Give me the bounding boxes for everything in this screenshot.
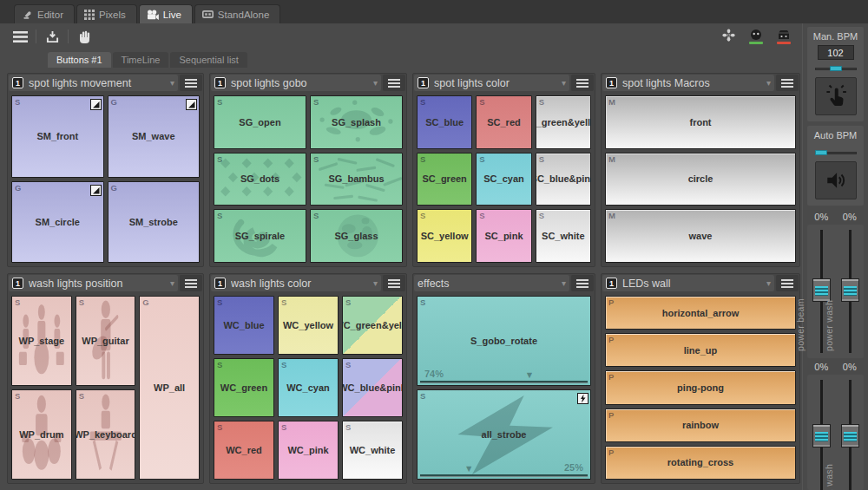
scene-button-sm-front[interactable]: SSM_front bbox=[11, 95, 104, 178]
scene-button-wp-all[interactable]: GWP_all bbox=[139, 296, 200, 480]
group-title-bar[interactable]: 1spot lights color▾ bbox=[414, 75, 569, 91]
scene-button-sc-yellow[interactable]: SSC_yellow bbox=[417, 209, 472, 263]
scene-button-wc-blue-pink[interactable]: SWC_blue&pink bbox=[342, 358, 403, 417]
fader-handle[interactable] bbox=[812, 278, 831, 302]
scene-button-sm-wave[interactable]: GSM_wave bbox=[108, 95, 201, 178]
group-menu-icon[interactable] bbox=[383, 75, 405, 91]
scene-button-wc-red[interactable]: SWC_red bbox=[214, 421, 274, 480]
scene-button-wp-keyboard[interactable]: SWP_keyboard bbox=[76, 389, 136, 480]
scene-button-all-strobe[interactable]: Sall_strobe25%▼ bbox=[417, 389, 591, 480]
scene-button-sc-pink[interactable]: SSC_pink bbox=[476, 209, 531, 263]
triangle-flag-icon bbox=[90, 184, 102, 195]
scene-button-sm-circle[interactable]: GSM_circle bbox=[11, 181, 104, 264]
scene-button-sc-cyan[interactable]: SSC_cyan bbox=[476, 153, 531, 206]
dmx-box-status-icon[interactable] bbox=[774, 27, 793, 46]
fader-handle[interactable] bbox=[841, 424, 859, 448]
scene-button-sc-green-yellow[interactable]: SSC_green&yellow bbox=[536, 95, 591, 149]
scene-button-wave[interactable]: Mwave bbox=[605, 209, 796, 263]
scene-button-sc-blue[interactable]: SSC_blue bbox=[417, 95, 472, 149]
scene-slider[interactable] bbox=[420, 381, 588, 383]
button-type-badge: S bbox=[217, 97, 222, 107]
group-title-bar[interactable]: 1spot lights Macros▾ bbox=[602, 75, 774, 91]
group-menu-icon[interactable] bbox=[571, 275, 594, 291]
scene-button-sg-spirale[interactable]: SSG_spirale bbox=[214, 209, 306, 263]
scene-button-sm-strobe[interactable]: GSM_strobe bbox=[108, 181, 201, 264]
scene-button-wc-yellow[interactable]: SWC_yellow bbox=[278, 296, 339, 355]
scene-button-wc-cyan[interactable]: SWC_cyan bbox=[278, 358, 339, 417]
chevron-down-icon: ▾ bbox=[373, 278, 378, 288]
scene-button-line-up[interactable]: Pline_up bbox=[605, 333, 796, 367]
group-body: SSG_openSSG_splashSSG_dotsSSG_bambusSSG_… bbox=[210, 92, 406, 266]
group-menu-icon[interactable] bbox=[180, 275, 202, 291]
scene-button-wc-pink[interactable]: SWC_pink bbox=[278, 421, 339, 480]
scene-button-wp-stage[interactable]: SWP_stage bbox=[11, 296, 72, 386]
scene-button-sg-dots[interactable]: SSG_dots bbox=[214, 153, 306, 206]
audio-bpm-button[interactable] bbox=[815, 161, 857, 199]
tab-editor[interactable]: Editor bbox=[14, 4, 75, 23]
scene-button-ping-pong[interactable]: Pping-pong bbox=[605, 370, 796, 404]
group-menu-icon[interactable] bbox=[776, 275, 799, 291]
scene-button-rainbow[interactable]: Prainbow bbox=[605, 408, 796, 442]
scene-button-sg-bambus[interactable]: SSG_bambus bbox=[310, 153, 403, 206]
import-icon[interactable] bbox=[41, 27, 63, 46]
fader-handle[interactable] bbox=[841, 278, 859, 302]
tap-tempo-button[interactable] bbox=[815, 77, 857, 115]
scene-button-sc-blue-pink[interactable]: SSC_blue&pink bbox=[536, 153, 591, 206]
scene-button-wp-drum[interactable]: SWP_drum bbox=[11, 389, 72, 480]
group-title-bar[interactable]: 1wash lights position▾ bbox=[9, 275, 178, 291]
menu-icon[interactable] bbox=[9, 27, 31, 46]
scene-button-wc-white[interactable]: SWC_white bbox=[342, 421, 403, 480]
scene-button-sg-splash[interactable]: SSG_splash bbox=[310, 95, 403, 149]
slider-handle[interactable] bbox=[830, 66, 842, 71]
tab-live[interactable]: Live bbox=[139, 4, 193, 23]
scene-button-sg-open[interactable]: SSG_open bbox=[214, 95, 306, 149]
scene-button-wc-green[interactable]: SWC_green bbox=[214, 358, 274, 417]
tab-sequential-list[interactable]: Sequential list bbox=[170, 52, 247, 68]
scene-button-horizontal-arrow[interactable]: Phorizontal_arrow bbox=[605, 296, 796, 330]
group-menu-icon[interactable] bbox=[571, 75, 594, 91]
group-spot-lights-gobo: 1spot lights gobo▾SSG_openSSG_splashSSG_… bbox=[209, 73, 407, 267]
group-header: 1spot lights color▾ bbox=[413, 74, 595, 92]
scene-button-front[interactable]: Mfront bbox=[605, 95, 796, 149]
group-menu-icon[interactable] bbox=[180, 75, 202, 91]
power-wash-fader[interactable]: power wash bbox=[837, 228, 863, 355]
group-title-bar[interactable]: 1LEDs wall▾ bbox=[602, 275, 774, 291]
auto-bpm-slider[interactable] bbox=[815, 149, 857, 157]
scene-button-sc-white[interactable]: SSC_white bbox=[536, 209, 591, 263]
scene-button-label: SG_glass bbox=[334, 231, 378, 241]
button-type-badge: S bbox=[217, 297, 222, 307]
content-area: Buttons #1 TimeLine Sequential list 1spo… bbox=[0, 23, 868, 490]
tab-standalone[interactable]: StandAlone bbox=[194, 4, 280, 23]
scene-button-wp-guitar[interactable]: SWP_guitar bbox=[76, 296, 136, 386]
tab-pixels[interactable]: Pixels bbox=[76, 4, 137, 23]
button-type-badge: S bbox=[420, 391, 425, 401]
man-bpm-input[interactable] bbox=[818, 45, 854, 60]
scene-button-sc-red[interactable]: SSC_red bbox=[476, 95, 531, 149]
tab-timeline[interactable]: TimeLine bbox=[113, 52, 169, 68]
fader-handle[interactable] bbox=[812, 424, 831, 448]
speed-wash-fader[interactable]: speed wash bbox=[837, 378, 863, 490]
scene-button-s-gobo-rotate[interactable]: SS_gobo_rotate74%▼ bbox=[417, 296, 591, 386]
tab-buttons-1[interactable]: Buttons #1 bbox=[48, 52, 111, 68]
group-title-bar[interactable]: 1wash lights color▾ bbox=[211, 275, 381, 291]
button-type-badge: S bbox=[217, 422, 222, 432]
scene-button-sc-green[interactable]: SSC_green bbox=[417, 153, 472, 206]
slider-handle[interactable] bbox=[815, 150, 827, 155]
scene-button-wc-blue[interactable]: SWC_blue bbox=[214, 296, 274, 355]
hand-icon[interactable] bbox=[73, 27, 95, 46]
group-title-bar[interactable]: effects▾ bbox=[414, 275, 569, 291]
scene-button-wc-green-yello[interactable]: SWC_green&yello bbox=[342, 296, 403, 355]
man-bpm-slider[interactable] bbox=[815, 65, 857, 73]
scene-button-rotating-cross[interactable]: Protating_cross bbox=[605, 446, 796, 480]
group-menu-icon[interactable] bbox=[776, 75, 799, 91]
group-title-bar[interactable]: 1spot lights gobo▾ bbox=[211, 75, 381, 91]
scene-slider[interactable] bbox=[420, 474, 588, 477]
fan-icon[interactable] bbox=[719, 27, 738, 46]
group-title-bar[interactable]: 1spot lights movement▾ bbox=[9, 75, 178, 91]
scene-button-circle[interactable]: Mcircle bbox=[605, 153, 796, 206]
interface-status-icon[interactable] bbox=[746, 27, 766, 46]
button-type-badge: S bbox=[479, 97, 484, 107]
group-title: spot lights color bbox=[434, 77, 558, 89]
scene-button-sg-glass[interactable]: SSG_glass bbox=[310, 209, 403, 263]
group-menu-icon[interactable] bbox=[383, 275, 405, 291]
